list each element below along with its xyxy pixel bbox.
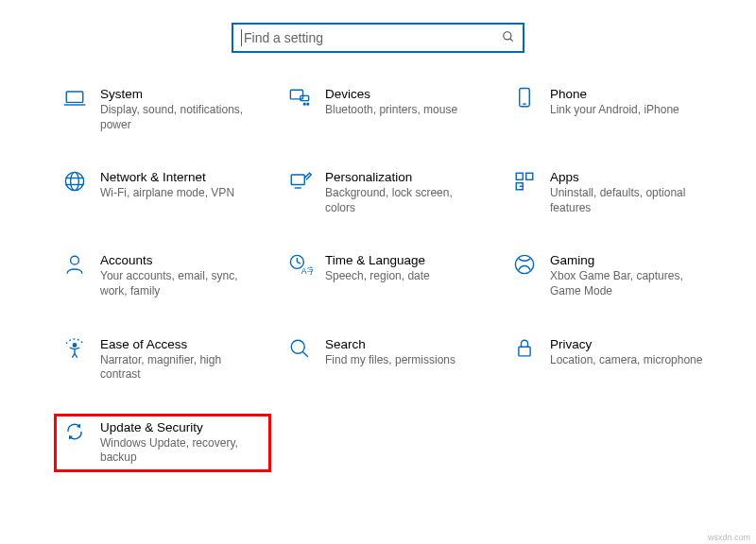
tile-title: Privacy bbox=[550, 337, 702, 351]
xbox-icon bbox=[508, 251, 541, 278]
tile-text: Update & Security Windows Update, recove… bbox=[100, 420, 266, 466]
svg-rect-14 bbox=[291, 175, 304, 185]
tile-phone[interactable]: Phone Link your Android, iPhone bbox=[505, 81, 720, 138]
paint-icon bbox=[284, 168, 316, 195]
devices-icon bbox=[284, 85, 316, 111]
svg-point-27 bbox=[73, 343, 77, 347]
magnifier-icon bbox=[284, 335, 316, 362]
search-input[interactable]: Find a setting bbox=[232, 23, 524, 53]
tile-desc: Xbox Game Bar, captures, Game Mode bbox=[550, 269, 705, 298]
watermark: wsxdn.com bbox=[708, 533, 750, 542]
tile-text: Personalization Background, lock screen,… bbox=[325, 170, 491, 215]
tile-text: Devices Bluetooth, printers, mouse bbox=[325, 87, 469, 118]
tile-title: Apps bbox=[550, 170, 705, 184]
tile-accounts[interactable]: Accounts Your accounts, email, sync, wor… bbox=[55, 247, 270, 304]
tile-title: Personalization bbox=[325, 170, 480, 184]
tile-apps[interactable]: Apps Uninstall, defaults, optional featu… bbox=[505, 164, 720, 221]
tile-title: System bbox=[100, 87, 255, 101]
person-icon bbox=[59, 251, 91, 278]
svg-line-29 bbox=[303, 351, 308, 356]
tile-text: System Display, sound, notifications, po… bbox=[100, 87, 266, 132]
tile-title: Devices bbox=[325, 87, 457, 101]
tile-desc: Windows Update, recovery, backup bbox=[100, 436, 255, 466]
tile-desc: Speech, region, date bbox=[325, 269, 430, 284]
laptop-icon bbox=[59, 85, 91, 111]
svg-rect-30 bbox=[519, 347, 530, 356]
tile-text: Apps Uninstall, defaults, optional featu… bbox=[550, 170, 716, 215]
tile-system[interactable]: System Display, sound, notifications, po… bbox=[55, 81, 270, 138]
text-cursor bbox=[241, 29, 242, 46]
tile-title: Search bbox=[325, 337, 455, 351]
time-language-icon: A字 bbox=[284, 251, 316, 278]
tile-desc: Bluetooth, printers, mouse bbox=[325, 103, 457, 118]
tile-text: Privacy Location, camera, microphone bbox=[550, 337, 713, 368]
svg-point-26 bbox=[515, 256, 533, 274]
apps-icon bbox=[508, 168, 541, 195]
svg-point-21 bbox=[71, 257, 79, 265]
svg-line-24 bbox=[297, 263, 301, 264]
tile-text: Accounts Your accounts, email, sync, wor… bbox=[100, 253, 266, 298]
tile-title: Network & Internet bbox=[100, 170, 234, 184]
tile-desc: Location, camera, microphone bbox=[550, 353, 702, 368]
svg-text:A字: A字 bbox=[301, 266, 313, 276]
svg-rect-2 bbox=[66, 92, 83, 102]
tile-text: Network & Internet Wi-Fi, airplane mode,… bbox=[100, 170, 246, 201]
search-bar-container: Find a setting bbox=[0, 0, 756, 81]
update-icon bbox=[59, 418, 91, 445]
tile-network[interactable]: Network & Internet Wi-Fi, airplane mode,… bbox=[55, 164, 270, 221]
tile-text: Phone Link your Android, iPhone bbox=[550, 87, 691, 118]
ease-of-access-icon bbox=[59, 335, 91, 362]
tile-text: Ease of Access Narrator, magnifier, high… bbox=[100, 337, 266, 382]
globe-icon bbox=[59, 168, 91, 195]
lock-icon bbox=[508, 335, 541, 362]
svg-rect-17 bbox=[526, 173, 533, 179]
svg-rect-16 bbox=[516, 173, 523, 179]
tile-desc: Your accounts, email, sync, work, family bbox=[100, 269, 255, 298]
tile-desc: Uninstall, defaults, optional features bbox=[550, 186, 705, 215]
tile-update-security[interactable]: Update & Security Windows Update, recove… bbox=[55, 415, 270, 471]
tile-desc: Background, lock screen, colors bbox=[325, 186, 480, 215]
tile-title: Update & Security bbox=[100, 420, 255, 434]
settings-grid: System Display, sound, notifications, po… bbox=[0, 81, 756, 471]
svg-point-0 bbox=[504, 31, 511, 39]
phone-icon bbox=[508, 85, 541, 111]
svg-line-1 bbox=[510, 38, 513, 41]
svg-point-11 bbox=[71, 173, 79, 191]
tile-title: Ease of Access bbox=[100, 337, 255, 351]
tile-text: Time & Language Speech, region, date bbox=[325, 253, 441, 284]
tile-text: Search Find my files, permissions bbox=[325, 337, 467, 368]
svg-point-7 bbox=[307, 103, 309, 105]
tile-desc: Display, sound, notifications, power bbox=[100, 103, 255, 132]
tile-gaming[interactable]: Gaming Xbox Game Bar, captures, Game Mod… bbox=[505, 247, 720, 304]
tile-title: Phone bbox=[550, 87, 679, 101]
search-placeholder: Find a setting bbox=[244, 30, 502, 45]
tile-desc: Find my files, permissions bbox=[325, 353, 455, 368]
tile-title: Time & Language bbox=[325, 253, 430, 267]
tile-time-language[interactable]: A字 Time & Language Speech, region, date bbox=[280, 247, 495, 304]
svg-point-10 bbox=[65, 173, 83, 191]
svg-rect-5 bbox=[301, 95, 309, 100]
tile-devices[interactable]: Devices Bluetooth, printers, mouse bbox=[280, 81, 495, 138]
svg-point-28 bbox=[291, 340, 304, 353]
tile-desc: Wi-Fi, airplane mode, VPN bbox=[100, 186, 234, 201]
tile-ease-of-access[interactable]: Ease of Access Narrator, magnifier, high… bbox=[55, 332, 270, 388]
tile-title: Accounts bbox=[100, 253, 255, 267]
tile-personalization[interactable]: Personalization Background, lock screen,… bbox=[280, 164, 495, 221]
tile-privacy[interactable]: Privacy Location, camera, microphone bbox=[505, 332, 720, 388]
svg-point-6 bbox=[303, 103, 305, 105]
tile-desc: Narrator, magnifier, high contrast bbox=[100, 353, 255, 382]
tile-text: Gaming Xbox Game Bar, captures, Game Mod… bbox=[550, 253, 716, 298]
tile-search[interactable]: Search Find my files, permissions bbox=[280, 332, 495, 388]
search-icon bbox=[502, 30, 515, 46]
tile-title: Gaming bbox=[550, 253, 705, 267]
tile-desc: Link your Android, iPhone bbox=[550, 103, 679, 118]
